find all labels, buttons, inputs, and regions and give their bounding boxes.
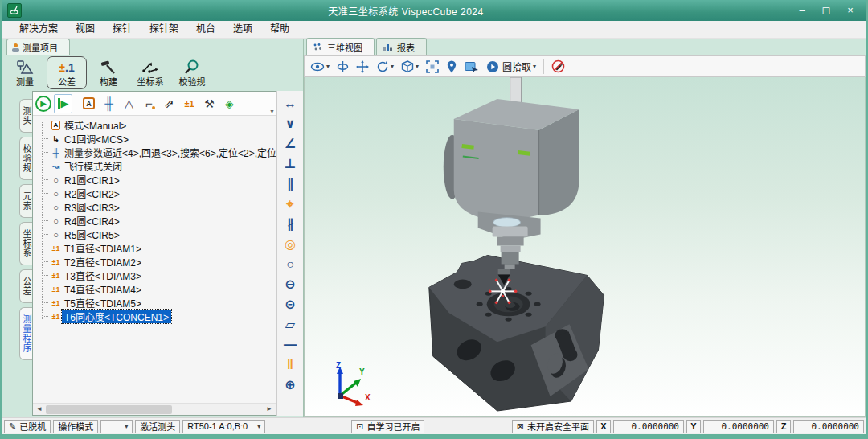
locate-button[interactable] bbox=[446, 60, 457, 73]
side-tab[interactable]: 校验规 bbox=[19, 137, 32, 180]
menu-item[interactable]: 视图 bbox=[67, 21, 104, 38]
tree-item-icon: ○ bbox=[50, 230, 62, 240]
dropdown-arrow-icon[interactable]: ▾ bbox=[533, 63, 536, 70]
tree-item[interactable]: ±1 T4直径<TDIAM4> bbox=[37, 282, 276, 296]
angle-icon[interactable]: ∠ bbox=[280, 135, 301, 153]
tree-item[interactable]: ○ R1圆<CIR1> bbox=[37, 173, 276, 187]
perpendicularity-icon[interactable]: ⊥ bbox=[280, 155, 301, 173]
zoom-fit-icon bbox=[426, 60, 439, 73]
tree-item[interactable]: ±1 T3直径<TDIAM3> bbox=[37, 269, 276, 282]
symmetry-icon[interactable]: ‖ bbox=[280, 356, 301, 374]
menu-item[interactable]: 探针 bbox=[104, 21, 141, 38]
menu-item[interactable]: 选项 bbox=[224, 21, 261, 38]
tree-item[interactable]: ±1 T5直径<TDIAM5> bbox=[37, 296, 276, 310]
target-icon[interactable]: ◈ bbox=[220, 94, 239, 113]
menu-item[interactable]: 解决方案 bbox=[10, 21, 67, 38]
tolerance-button[interactable]: ±.1 公差 bbox=[47, 56, 87, 89]
close-button[interactable]: × bbox=[838, 1, 862, 20]
separator-icon[interactable] bbox=[74, 94, 78, 113]
construct-button[interactable]: 构建 bbox=[88, 56, 129, 89]
pan-button[interactable] bbox=[356, 60, 369, 73]
tree-item[interactable]: ○ R4圆<CIR4> bbox=[37, 214, 276, 228]
visibility-button[interactable]: ▾ bbox=[310, 61, 330, 72]
concentricity-icon[interactable]: ◎ bbox=[280, 236, 301, 253]
tab-report[interactable]: 报表 bbox=[376, 38, 427, 55]
v-profile-icon[interactable]: ∨ bbox=[280, 115, 301, 133]
view-cube-button[interactable]: ▾ bbox=[401, 60, 419, 73]
side-tab[interactable]: 元素 bbox=[19, 184, 32, 218]
tree-item[interactable]: ○ R5圆<CIR5> bbox=[37, 228, 276, 241]
diameter-icon[interactable]: ⊖ bbox=[280, 276, 301, 293]
scroll-left-icon[interactable]: ◄ bbox=[33, 404, 46, 415]
tree-item[interactable]: ±1 T6同心度<TCONCEN1> bbox=[37, 310, 276, 323]
app-window: 天准三坐标系统 VispecCube 2024 – ◻ × 解决方案视图探针探针… bbox=[0, 0, 868, 439]
coordinate-button[interactable]: 坐标系 bbox=[130, 56, 170, 89]
dropdown-arrow-icon[interactable]: ▾ bbox=[416, 63, 419, 70]
measure-button[interactable]: 测量 bbox=[5, 56, 45, 89]
no-pen-icon bbox=[551, 59, 565, 73]
scroll-right-icon[interactable]: ► bbox=[263, 404, 276, 415]
menu-item[interactable]: 机台 bbox=[187, 21, 224, 38]
side-tab[interactable]: 公差 bbox=[19, 269, 32, 303]
dropdown-arrow-icon[interactable]: ▾ bbox=[326, 63, 330, 70]
tolerance-icon[interactable]: ±1 bbox=[180, 94, 199, 113]
minimize-button[interactable]: – bbox=[790, 1, 814, 20]
3d-viewport[interactable]: Z Y X bbox=[304, 77, 866, 417]
tree-item-icon: ±1 bbox=[50, 312, 62, 322]
position-icon[interactable]: ⌖ bbox=[280, 195, 301, 213]
maximize-button[interactable]: ◻ bbox=[814, 1, 838, 20]
step-run-icon[interactable]: ▶ bbox=[54, 94, 72, 113]
window-title: 天准三坐标系统 VispecCube 2024 bbox=[22, 4, 790, 18]
tree-item-label: 测量参数逼近<4>,回退<3>,搜索<6>,定位<2>,定位加<2>,测 bbox=[62, 146, 276, 159]
menu-item[interactable]: 帮助 bbox=[261, 21, 298, 38]
orbit-button[interactable] bbox=[337, 60, 349, 73]
parallelism-icon[interactable]: ∥ bbox=[280, 175, 301, 193]
tree-item[interactable]: ○ R2圆<CIR2> bbox=[37, 187, 276, 200]
radius-icon[interactable]: ⊝ bbox=[280, 296, 301, 314]
tree-item[interactable]: ±1 T2直径<TDIAM2> bbox=[37, 255, 276, 269]
circularity-icon[interactable]: ○ bbox=[280, 256, 301, 273]
construct-icon[interactable]: ⚒ bbox=[200, 94, 219, 113]
distance-icon[interactable]: ↔ bbox=[280, 95, 301, 113]
tab-measurement-project[interactable]: 测量项目 bbox=[6, 39, 70, 55]
rect-point-icon[interactable]: ⌐ bbox=[140, 94, 158, 113]
circle-pick-button[interactable]: 圆拾取 ▾ bbox=[486, 59, 536, 73]
y-axis-label: Y bbox=[359, 367, 365, 376]
run-icon[interactable]: ▶ bbox=[34, 94, 52, 113]
capture-view-button[interactable] bbox=[465, 61, 479, 72]
side-tab[interactable]: 坐标系 bbox=[19, 222, 32, 265]
tree-item-icon: ○ bbox=[50, 216, 62, 226]
mode-icon[interactable]: A bbox=[80, 94, 98, 113]
tab-3d-view[interactable]: 三维视图 bbox=[306, 38, 375, 55]
scrollbar-thumb[interactable] bbox=[46, 405, 172, 414]
menu-item[interactable]: 探针架 bbox=[141, 21, 187, 38]
tree-item[interactable]: ○ R3圆<CIR3> bbox=[37, 200, 276, 214]
rotate-view-button[interactable]: ▾ bbox=[376, 60, 394, 73]
disable-probe-button[interactable] bbox=[551, 59, 565, 73]
pan-icon bbox=[356, 60, 369, 73]
coordinate-icon[interactable]: ⇗ bbox=[160, 94, 178, 113]
tree-item[interactable]: ↝ 飞行模式关闭 bbox=[37, 159, 276, 173]
location-pin-icon bbox=[446, 60, 457, 73]
side-tab[interactable]: 测头 bbox=[19, 99, 32, 133]
horizontal-scrollbar[interactable]: ◄ ► bbox=[33, 403, 276, 415]
toolbar-overflow-icon[interactable]: ▼ bbox=[269, 109, 275, 114]
tree-item[interactable]: A 模式<Manual> bbox=[37, 118, 276, 132]
gauge-button[interactable]: 校验规 bbox=[172, 56, 212, 89]
total-runout-icon[interactable]: ⊕ bbox=[280, 376, 301, 394]
active-probe-select[interactable]: RT50-1 A:0,B:0 ▾ bbox=[182, 420, 265, 433]
operation-mode-select[interactable]: ▾ bbox=[100, 420, 133, 433]
measure-icon[interactable]: △ bbox=[120, 94, 138, 113]
tree-item[interactable]: ╫ 测量参数逼近<4>,回退<3>,搜索<6>,定位<2>,定位加<2>,测 bbox=[37, 146, 276, 159]
params-icon[interactable]: ╫ bbox=[100, 94, 118, 113]
tree-item-icon: ±1 bbox=[50, 285, 62, 294]
tree-item[interactable]: ↳ C1回调<MCS> bbox=[37, 132, 276, 146]
dropdown-arrow-icon[interactable]: ▾ bbox=[391, 63, 394, 70]
angularity-icon[interactable]: ∦ bbox=[280, 215, 301, 233]
tree-item[interactable]: ±1 T1直径<TDIAM1> bbox=[37, 241, 276, 255]
side-tab[interactable]: 测量程序 bbox=[19, 307, 32, 360]
cube-icon bbox=[401, 60, 414, 73]
zoom-fit-button[interactable] bbox=[426, 60, 439, 73]
flatness-icon[interactable]: ▱ bbox=[280, 316, 301, 334]
straightness-icon[interactable]: — bbox=[280, 336, 301, 354]
